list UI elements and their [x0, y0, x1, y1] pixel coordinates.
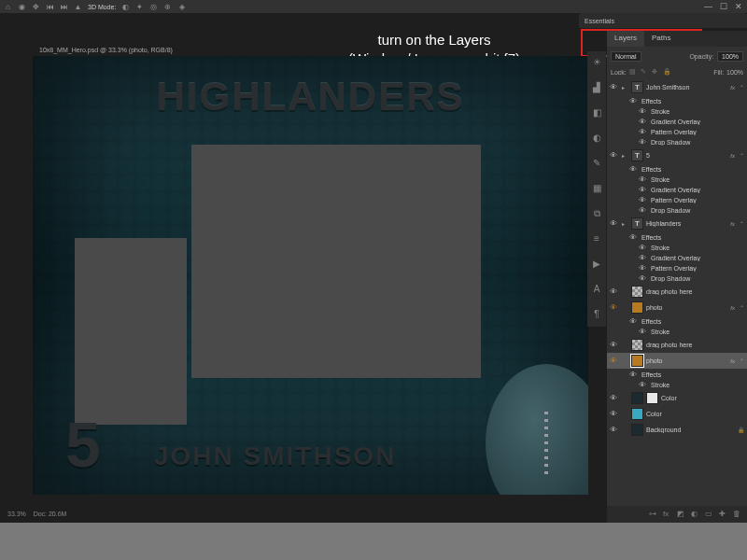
visibility-icon[interactable]: 👁 — [639, 175, 648, 184]
histogram-icon[interactable]: ▟ — [591, 82, 603, 94]
expand-icon[interactable]: ▸ — [622, 84, 628, 91]
visibility-icon[interactable]: 👁 — [610, 357, 619, 365]
fx-toggle-icon[interactable]: ⌃ — [740, 304, 744, 311]
visibility-icon[interactable]: 👁 — [610, 303, 619, 312]
new-layer-icon[interactable]: ✚ — [719, 510, 728, 519]
mode1-icon[interactable]: ◐ — [121, 3, 130, 11]
visibility-icon[interactable]: 👁 — [610, 219, 619, 228]
mask-icon[interactable]: ◩ — [677, 510, 686, 519]
maximize-icon[interactable]: ☐ — [720, 2, 727, 11]
fx-row[interactable]: 👁Pattern Overlay — [607, 195, 747, 205]
visibility-icon[interactable]: 👁 — [639, 118, 648, 126]
visibility-icon[interactable]: 👁 — [639, 128, 648, 136]
layers-list[interactable]: 👁 ▸ T John Smithson fx ⌃ 👁Effects 👁Strok… — [607, 79, 747, 506]
paragraph-icon[interactable]: ¶ — [591, 309, 603, 321]
adjust-icon[interactable]: ◐ — [591, 133, 603, 145]
visibility-icon[interactable]: 👁 — [629, 371, 639, 379]
fx-row[interactable]: 👁Pattern Overlay — [607, 263, 747, 273]
pan-icon[interactable]: ✥ — [32, 3, 40, 11]
fx-row[interactable]: 👁Stroke — [607, 327, 747, 337]
mode5-icon[interactable]: ◈ — [177, 3, 186, 11]
brightness-icon[interactable]: ☀ — [591, 57, 603, 69]
visibility-icon[interactable]: 👁 — [610, 287, 619, 296]
fx-row[interactable]: 👁Effects — [607, 369, 747, 380]
visibility-icon[interactable]: 👁 — [610, 426, 619, 434]
layer-row[interactable]: 👁 drag photo here — [607, 284, 747, 300]
fx-row[interactable]: 👁Effects — [607, 95, 747, 106]
layer-row[interactable]: 👁 ▸ T John Smithson fx ⌃ — [607, 79, 747, 95]
layer-row[interactable]: 👁 Color — [607, 406, 747, 422]
close-icon[interactable]: ✕ — [735, 2, 742, 11]
visibility-icon[interactable]: 👁 — [639, 381, 648, 389]
layers-icon[interactable]: ≡ — [591, 233, 603, 245]
visibility-icon[interactable]: 👁 — [610, 394, 619, 402]
fx-toggle-icon[interactable]: ⌃ — [740, 220, 744, 227]
fx-toggle-icon[interactable]: ⌃ — [740, 152, 744, 159]
visibility-icon[interactable]: 👁 — [639, 138, 648, 147]
fx-row[interactable]: 👁Stroke — [607, 243, 747, 253]
opacity-input[interactable]: 100% — [717, 51, 743, 62]
fx-row[interactable]: 👁Gradient Overlay — [607, 185, 747, 195]
fx-row[interactable]: 👁Stroke — [607, 380, 747, 390]
layer-row-selected[interactable]: 👁 photo fx ⌃ — [607, 353, 747, 369]
link-icon[interactable]: ⊶ — [649, 510, 658, 519]
visibility-icon[interactable]: 👁 — [639, 328, 648, 336]
layer-row[interactable]: 👁 ▸ T Highlanders fx ⌃ — [607, 216, 747, 231]
group-icon[interactable]: ▭ — [705, 510, 714, 519]
play-icon[interactable]: ▶ — [591, 259, 603, 271]
mode2-icon[interactable]: ✦ — [135, 3, 144, 11]
fx-row[interactable]: 👁Drop Shadow — [607, 137, 747, 147]
visibility-icon[interactable]: 👁 — [629, 233, 639, 242]
layer-row[interactable]: 👁 ▸ T 5 fx ⌃ — [607, 147, 747, 163]
expand-icon[interactable]: ▸ — [622, 152, 628, 159]
fx-row[interactable]: 👁Stroke — [607, 175, 747, 185]
visibility-icon[interactable]: 👁 — [639, 206, 648, 215]
layer-row[interactable]: 👁 Background 🔒 — [607, 422, 747, 438]
mode4-icon[interactable]: ⊕ — [163, 3, 172, 11]
visibility-icon[interactable]: 👁 — [639, 274, 648, 283]
trash-icon[interactable]: 🗑 — [733, 510, 742, 519]
lock-all-icon[interactable]: 🔒 — [663, 68, 671, 77]
fx-row[interactable]: 👁Drop Shadow — [607, 273, 747, 284]
visibility-icon[interactable]: 👁 — [639, 186, 648, 194]
layer-row[interactable]: 👁 Color — [607, 390, 747, 406]
fx-icon[interactable]: fx — [663, 510, 672, 519]
fx-row[interactable]: 👁Effects — [607, 231, 747, 243]
document-tab[interactable]: 10x8_MM_Hero.psd @ 33.3% (photo, RGB/8) — [39, 47, 173, 53]
fx-row[interactable]: 👁Stroke — [607, 106, 747, 117]
next-icon[interactable]: ⏭ — [60, 3, 68, 11]
fx-toggle-icon[interactable]: ⌃ — [740, 357, 744, 364]
visibility-icon[interactable]: 👁 — [639, 244, 648, 252]
fill-input[interactable]: 100% — [726, 69, 743, 76]
fx-row[interactable]: 👁Drop Shadow — [607, 205, 747, 216]
visibility-icon[interactable]: 👁 — [639, 264, 648, 273]
layer-row[interactable]: 👁 drag photo here — [607, 337, 747, 353]
fx-toggle-icon[interactable]: ⌃ — [740, 84, 744, 91]
brush-icon[interactable]: ✎ — [591, 158, 603, 170]
mode3-icon[interactable]: ◎ — [149, 3, 158, 11]
expand-icon[interactable]: ▸ — [622, 220, 628, 227]
lock-trans-icon[interactable]: ▨ — [629, 68, 638, 77]
layer-row[interactable]: 👁 photo fx ⌃ — [607, 300, 747, 315]
blend-mode-select[interactable]: Normal — [611, 51, 641, 62]
visibility-icon[interactable]: 👁 — [610, 341, 619, 349]
fx-row[interactable]: 👁Effects — [607, 163, 747, 175]
clone-icon[interactable]: ⧉ — [591, 208, 603, 220]
fx-row[interactable]: 👁Gradient Overlay — [607, 253, 747, 263]
tab-layers[interactable]: Layers — [607, 31, 644, 47]
type-icon[interactable]: A — [591, 284, 603, 296]
visibility-icon[interactable]: 👁 — [639, 196, 648, 204]
visibility-icon[interactable]: 👁 — [629, 97, 639, 105]
visibility-icon[interactable]: 👁 — [639, 107, 648, 116]
visibility-icon[interactable]: 👁 — [610, 83, 619, 91]
minimize-icon[interactable]: — — [704, 2, 712, 11]
orbit-icon[interactable]: ◉ — [18, 3, 26, 11]
workspace-switcher[interactable]: Essentials — [579, 13, 747, 28]
fx-row[interactable]: 👁Pattern Overlay — [607, 127, 747, 137]
swatch-icon[interactable]: ▦ — [591, 183, 603, 195]
lock-brush-icon[interactable]: ✎ — [641, 68, 649, 77]
color-icon[interactable]: ◧ — [591, 107, 603, 119]
fx-row[interactable]: 👁Gradient Overlay — [607, 117, 747, 127]
lock-move-icon[interactable]: ✥ — [652, 68, 660, 77]
visibility-icon[interactable]: 👁 — [610, 151, 619, 160]
